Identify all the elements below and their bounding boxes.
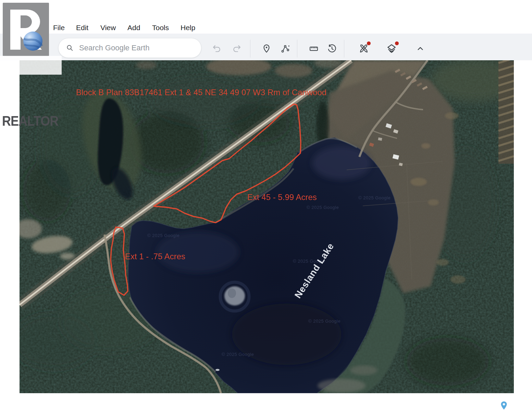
realtor-wordmark: REALTOR (2, 113, 58, 128)
menu-tools[interactable]: Tools (152, 23, 169, 33)
svg-text:© 2025 Google: © 2025 Google (307, 205, 339, 210)
undo-icon (212, 44, 222, 53)
svg-text:© 2025 Google: © 2025 Google (308, 319, 341, 324)
menu-file[interactable]: File (53, 23, 65, 33)
toolbar-separator (250, 40, 250, 58)
measure-button[interactable] (308, 42, 320, 55)
ruler-icon (309, 44, 319, 53)
placemark-pin-icon (262, 44, 271, 53)
redo-icon (232, 44, 242, 53)
search-bar[interactable] (58, 38, 201, 58)
registered-trademark-symbol: ® (58, 114, 61, 120)
parcel-ext1-label: Ext 1 - .75 Acres (125, 252, 185, 261)
svg-text:© 2025 Google: © 2025 Google (147, 233, 180, 238)
menu-edit[interactable]: Edit (76, 23, 88, 33)
google-earth-window: File Edit View Add Tools Help (0, 0, 532, 411)
redo-button[interactable] (231, 42, 243, 55)
map-style-notification-dot (395, 41, 399, 45)
search-icon (66, 44, 74, 52)
collapse-toolbar-button[interactable] (414, 42, 426, 55)
path-icon (281, 44, 290, 53)
menu-help[interactable]: Help (181, 23, 195, 33)
realtor-text-band: REALTOR® (0, 56, 62, 75)
toolbar-separator (297, 40, 297, 58)
parcel-ext45-label: Ext 45 - 5.99 Acres (247, 192, 317, 202)
svg-text:© 2025 Google: © 2025 Google (222, 352, 254, 357)
map-viewport[interactable]: © 2025 Google © 2025 Google © 2025 Googl… (20, 60, 514, 393)
location-pin-icon (500, 401, 507, 411)
crossed-pencils-icon (359, 43, 369, 54)
historical-imagery-button[interactable] (326, 42, 338, 55)
add-placemark-button[interactable] (260, 42, 273, 55)
history-clock-icon (327, 44, 337, 53)
svg-text:© 2025 Google: © 2025 Google (358, 195, 391, 200)
app-header: File Edit View Add Tools Help (0, 0, 532, 60)
undo-button[interactable] (211, 42, 223, 55)
search-input[interactable] (79, 43, 192, 52)
markup-notification-dot (367, 41, 371, 45)
toolbar-separator (344, 40, 344, 58)
satellite-imagery: © 2025 Google © 2025 Google © 2025 Googl… (20, 60, 514, 393)
layers-icon (386, 43, 397, 54)
menu-view[interactable]: View (100, 23, 116, 33)
menu-add[interactable]: Add (127, 23, 140, 33)
boat (215, 369, 220, 371)
earth-sphere-icon (23, 32, 42, 51)
realtor-logo (3, 3, 49, 56)
add-path-button[interactable] (279, 42, 292, 55)
map-title-annotation: Block B Plan 83B17461 Ext 1 & 45 NE 34 4… (76, 88, 326, 97)
chevron-up-icon (416, 44, 425, 53)
